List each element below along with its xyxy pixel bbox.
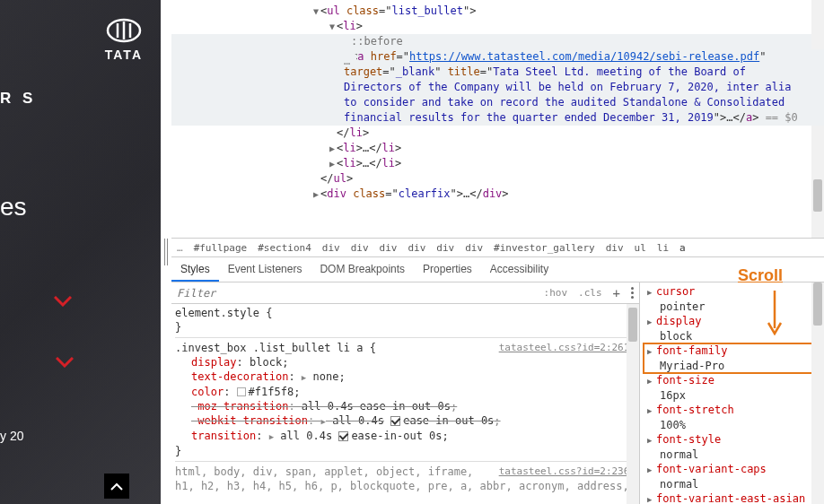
expand-arrow-icon[interactable]: ▶ (313, 187, 320, 202)
computed-pane[interactable]: ▶cursor pointer ▶display block ▶font-fam… (640, 282, 824, 504)
breadcrumb-item[interactable]: div (436, 242, 454, 254)
tab-properties[interactable]: Properties (414, 257, 481, 282)
tab-dom-breakpoints[interactable]: DOM Breakpoints (311, 257, 414, 282)
back-to-top-button[interactable] (104, 474, 129, 499)
styles-more-menu[interactable] (626, 287, 639, 299)
gutter-ellipsis: … (340, 55, 356, 67)
breadcrumb-item[interactable]: #section4 (258, 242, 311, 254)
breadcrumb-item[interactable]: div (408, 242, 425, 254)
expand-arrow-icon[interactable]: ▶ (329, 141, 337, 156)
breadcrumb-item[interactable]: li (657, 242, 669, 254)
logo-text: TATA (105, 48, 143, 62)
transition-checkbox[interactable] (338, 431, 348, 441)
hov-toggle[interactable]: :hov (539, 287, 574, 299)
styles-content[interactable]: element.style { } tatasteel.css?id=2:261… (171, 304, 639, 504)
cls-toggle[interactable]: .cls (573, 287, 608, 299)
breadcrumb-item[interactable]: div (322, 242, 340, 254)
chevron-down-icon[interactable] (54, 296, 72, 309)
chevron-down-icon[interactable] (56, 357, 74, 370)
computed-font-family-row[interactable]: ▶font-family Myriad-Pro (644, 343, 824, 373)
breadcrumb-item[interactable]: #fullpage (194, 242, 248, 254)
stylesheet-link[interactable]: tatasteel.css?id=2:2364 (499, 465, 636, 479)
page-preview-panel: TATA R S es y 20 (0, 0, 161, 504)
transition-checkbox[interactable] (390, 416, 400, 426)
breadcrumb-item[interactable]: div (606, 242, 624, 254)
pseudo-before: ::before (351, 35, 403, 48)
breadcrumb-item[interactable]: div (380, 242, 398, 254)
tata-logo: TATA (105, 18, 143, 62)
breadcrumb-bar[interactable]: … #fullpage #section4 div div div div di… (171, 238, 824, 257)
breadcrumb-more[interactable]: … (177, 242, 183, 254)
href-link[interactable]: https://www.tatasteel.com/media/10942/se… (409, 50, 759, 63)
expand-arrow-icon[interactable]: ▼ (329, 19, 337, 34)
color-swatch[interactable] (237, 387, 246, 396)
new-style-rule-button[interactable]: + (608, 286, 626, 300)
breadcrumb-item[interactable]: a (679, 242, 686, 254)
expand-arrow-icon[interactable]: ▶ (329, 156, 337, 171)
partial-date-text: y 20 (0, 429, 23, 443)
styles-filter-input[interactable] (171, 284, 539, 302)
tab-styles[interactable]: Styles (171, 257, 219, 282)
expand-arrow-icon[interactable]: ▼ (313, 4, 320, 19)
styles-scrollbar[interactable] (627, 304, 639, 504)
elements-tree[interactable]: ▼<ul class="list_bullet"> ▼<li> ::before… (171, 0, 824, 238)
styles-tabs: Styles Event Listeners DOM Breakpoints P… (171, 257, 824, 282)
devtools-panel: ▼<ul class="list_bullet"> ▼<li> ::before… (171, 0, 824, 504)
styles-pane: :hov .cls + element.style { } tatasteel.… (171, 282, 640, 504)
computed-scrollbar[interactable] (811, 282, 824, 504)
panel-splitter[interactable] (161, 0, 171, 504)
partial-heading-rs: R S (0, 90, 36, 108)
breadcrumb-item[interactable]: ul (635, 242, 646, 254)
tata-logo-icon (106, 18, 142, 43)
tab-event-listeners[interactable]: Event Listeners (219, 257, 311, 282)
styles-toolbar: :hov .cls + (171, 282, 639, 304)
partial-heading-es: es (0, 193, 27, 222)
stylesheet-link[interactable]: tatasteel.css?id=2:2616 (499, 341, 636, 355)
breadcrumb-item[interactable]: div (465, 242, 483, 254)
breadcrumb-item[interactable]: div (351, 242, 369, 254)
breadcrumb-item[interactable]: #investor_gallery (494, 242, 595, 254)
tab-accessibility[interactable]: Accessibility (481, 257, 557, 282)
